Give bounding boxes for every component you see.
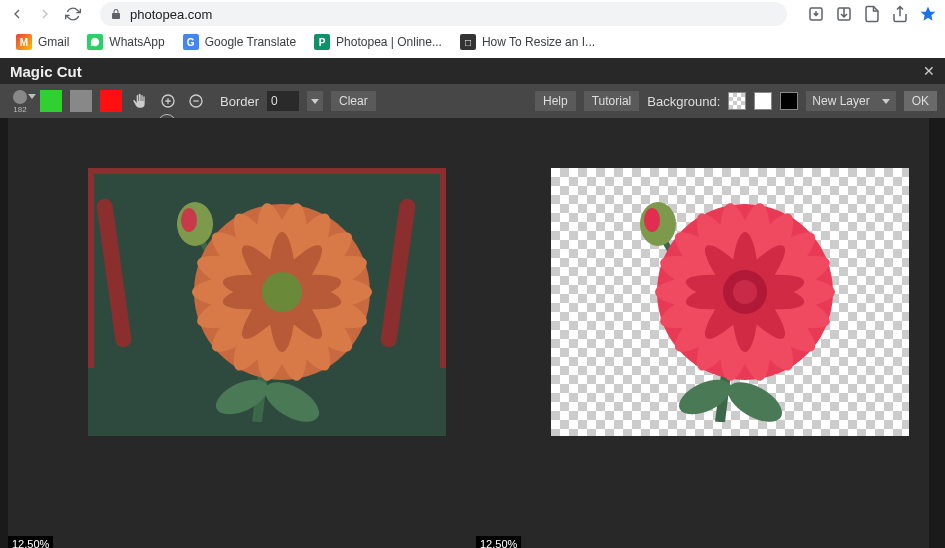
bookmarks-bar: MGmail WhatsApp GGoogle Translate PPhoto… xyxy=(0,28,945,58)
flower-image xyxy=(137,182,397,422)
bg-swatch-transparent[interactable] xyxy=(728,92,746,110)
back-button[interactable] xyxy=(8,5,26,23)
layer-mode-select[interactable]: New Layer xyxy=(806,91,895,111)
photopea-icon: P xyxy=(314,34,330,50)
zoom-level-right: 12.50% xyxy=(476,536,521,548)
result-panel[interactable] xyxy=(551,168,909,436)
translate-icon: G xyxy=(183,34,199,50)
svg-point-44 xyxy=(733,280,757,304)
brush-size-indicator[interactable]: 182 xyxy=(8,90,32,112)
dropdown-icon xyxy=(28,94,36,99)
forward-button[interactable] xyxy=(36,5,54,23)
url-text: photopea.com xyxy=(130,7,212,22)
bookmark-resize[interactable]: □How To Resize an I... xyxy=(460,34,595,50)
gmail-icon: M xyxy=(16,34,32,50)
bookmark-label: Gmail xyxy=(38,35,69,49)
zoom-level-left: 12.50% xyxy=(8,536,53,548)
bookmark-gmail[interactable]: MGmail xyxy=(16,34,69,50)
download-icon[interactable] xyxy=(835,5,853,23)
svg-point-7 xyxy=(181,208,197,232)
help-button[interactable]: Help xyxy=(535,91,576,111)
reload-button[interactable] xyxy=(64,5,82,23)
svg-point-27 xyxy=(644,208,660,232)
border-dropdown[interactable] xyxy=(307,91,323,111)
source-panel[interactable] xyxy=(88,168,446,436)
bookmark-label: How To Resize an I... xyxy=(482,35,595,49)
zoom-in-icon[interactable] xyxy=(158,91,178,111)
app-title: Magic Cut xyxy=(10,63,82,80)
bg-swatch-black[interactable] xyxy=(780,92,798,110)
svg-point-5 xyxy=(259,374,326,422)
lock-icon xyxy=(110,8,122,20)
clear-button[interactable]: Clear xyxy=(331,91,376,111)
svg-point-23 xyxy=(262,272,302,312)
swatch-red[interactable] xyxy=(100,90,122,112)
border-input[interactable] xyxy=(267,91,299,111)
swatch-gray[interactable] xyxy=(70,90,92,112)
whatsapp-icon xyxy=(87,34,103,50)
border-label: Border xyxy=(220,94,259,109)
close-button[interactable]: ✕ xyxy=(923,63,935,79)
zoom-out-icon[interactable] xyxy=(186,91,206,111)
bookmark-star-icon[interactable] xyxy=(919,5,937,23)
bookmark-translate[interactable]: GGoogle Translate xyxy=(183,34,296,50)
address-bar[interactable]: photopea.com xyxy=(100,2,787,26)
bookmark-whatsapp[interactable]: WhatsApp xyxy=(87,34,164,50)
ok-button[interactable]: OK xyxy=(904,91,937,111)
share-icon[interactable] xyxy=(891,5,909,23)
tutorial-button[interactable]: Tutorial xyxy=(584,91,640,111)
resize-icon: □ xyxy=(460,34,476,50)
bookmark-label: WhatsApp xyxy=(109,35,164,49)
svg-point-25 xyxy=(722,374,789,422)
swatch-green[interactable] xyxy=(40,90,62,112)
doc-icon[interactable] xyxy=(863,5,881,23)
bookmark-label: Photopea | Online... xyxy=(336,35,442,49)
hand-tool-icon[interactable] xyxy=(130,91,150,111)
bookmark-photopea[interactable]: PPhotopea | Online... xyxy=(314,34,442,50)
brush-size-value: 182 xyxy=(8,105,32,114)
brush-circle-icon xyxy=(13,90,27,104)
install-icon[interactable] xyxy=(807,5,825,23)
bookmark-label: Google Translate xyxy=(205,35,296,49)
bg-swatch-white[interactable] xyxy=(754,92,772,110)
flower-cutout-image xyxy=(600,182,860,422)
background-label: Background: xyxy=(647,94,720,109)
layer-mode-label: New Layer xyxy=(812,94,869,108)
